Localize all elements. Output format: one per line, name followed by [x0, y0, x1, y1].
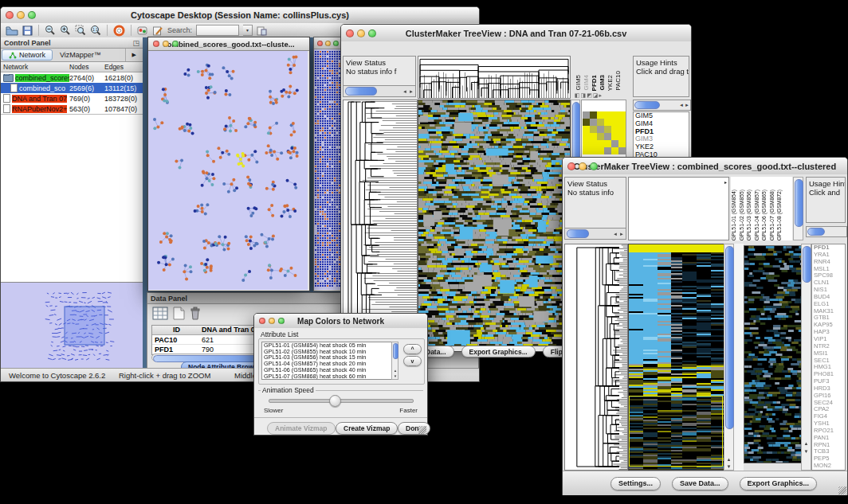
matrix-cell[interactable] [583, 111, 590, 119]
view-status-scrollbar[interactable]: ◄ ► [565, 228, 626, 239]
plugin-manager-icon[interactable] [137, 25, 148, 36]
dense-network-canvas[interactable] [314, 49, 344, 290]
matrix-cell[interactable] [604, 140, 611, 147]
column-tree-area[interactable] [628, 177, 729, 240]
scroll-up-arrow[interactable]: ▲ [724, 457, 733, 462]
scroll-thumb[interactable] [803, 246, 811, 283]
treeview1-title-bar[interactable]: ClusterMaker TreeView : DNA and Tran 07-… [341, 25, 691, 42]
row-dendrogram[interactable] [343, 100, 418, 346]
matrix-cell[interactable] [597, 133, 604, 140]
correlation-matrix-heatmap[interactable] [583, 111, 626, 154]
matrix-cell[interactable] [604, 111, 611, 119]
column-label[interactable]: GPL51-01 (GSM854) [731, 189, 739, 240]
matrix-cell[interactable] [590, 119, 597, 126]
main-heatmap[interactable] [418, 100, 571, 346]
zoom-button[interactable] [172, 41, 179, 47]
view-status-scrollbar[interactable]: ◄ ► [344, 85, 415, 96]
zoom-button[interactable] [28, 11, 36, 19]
scroll-down-arrow[interactable]: ▼ [802, 449, 811, 454]
column-label[interactable]: GIM4 [583, 75, 591, 91]
gene-label[interactable]: MON2 [812, 463, 845, 470]
close-button[interactable] [346, 29, 354, 37]
zoom-button[interactable] [278, 318, 285, 324]
matrix-cell[interactable] [618, 111, 626, 119]
minimize-button[interactable] [579, 162, 587, 170]
scroll-thumb[interactable] [634, 101, 660, 109]
network-overview-canvas[interactable] [1, 283, 141, 367]
network-row[interactable]: DNA and Tran 07 769(0) 183728(0) [1, 93, 143, 104]
zoom-button[interactable] [590, 162, 598, 170]
zoom-in-icon[interactable] [60, 25, 71, 36]
matrix-cell[interactable] [611, 111, 618, 119]
matrix-cell[interactable] [597, 119, 604, 126]
matrix-cell[interactable] [590, 111, 597, 119]
matrix-cell[interactable] [597, 140, 604, 147]
heatmap-vscrollbar[interactable]: ▲ ▼ [724, 244, 734, 471]
scroll-down-arrow[interactable]: ▼ [392, 374, 398, 378]
matrix-cell[interactable] [618, 133, 626, 140]
matrix-cell[interactable] [590, 133, 597, 140]
matrix-cell[interactable] [590, 126, 597, 133]
float-panel-icon[interactable]: ◳ [132, 39, 139, 47]
treeview2-button[interactable]: Save Data... [672, 477, 728, 490]
treeview1-mini-toolbar[interactable]: ◧◨◩◪▸ [575, 92, 603, 99]
scroll-thumb[interactable] [345, 87, 377, 96]
annotation-icon[interactable] [152, 25, 163, 36]
scroll-thumb[interactable] [807, 228, 825, 236]
main-title-bar[interactable]: Cytoscape Desktop (Session Name: collins… [1, 7, 479, 24]
matrix-cell[interactable] [583, 147, 590, 154]
minimize-button[interactable] [357, 29, 365, 37]
network-overview-panel[interactable] [1, 282, 143, 369]
save-icon[interactable] [22, 25, 33, 36]
main-heatmap[interactable] [628, 244, 724, 471]
splitter-arrow-icon[interactable]: ▸ [724, 179, 727, 185]
matrix-cell[interactable] [583, 133, 590, 140]
matrix-cell[interactable] [590, 147, 597, 154]
scroll-right-arrow[interactable]: ► [684, 103, 690, 107]
minimize-button[interactable] [17, 11, 25, 19]
create-vizmap-button[interactable]: Create Vizmap [336, 422, 398, 435]
open-file-icon[interactable] [6, 25, 18, 36]
treeview2-title-bar[interactable]: ClusterMaker TreeView : combined_scores_… [563, 158, 847, 175]
matrix-cell[interactable] [618, 147, 626, 154]
matrix-cell[interactable] [618, 119, 626, 126]
zoom-selected-icon[interactable] [75, 25, 86, 36]
column-label[interactable]: GPL51-03 (GSM856) [746, 189, 754, 240]
column-label[interactable]: GPL51-06 (GSM865) [761, 189, 769, 240]
minimize-button[interactable] [163, 41, 169, 47]
network-row[interactable]: combined_scores 2764(0) 16218(0) [1, 72, 143, 83]
tab-network[interactable]: Network [2, 49, 53, 61]
column-network[interactable]: Network [1, 63, 69, 71]
search-input[interactable] [196, 25, 239, 36]
column-label[interactable]: GPL51-07 (GSM868) [769, 189, 777, 240]
column-label[interactable]: GPL51-04 (GSM857) [754, 189, 762, 240]
column-label[interactable]: PFD1 [591, 75, 599, 91]
close-button[interactable] [567, 162, 575, 170]
matrix-cell[interactable] [618, 126, 626, 133]
network-row[interactable]: combined_sco 2569(6) 13112(15) [1, 83, 143, 93]
matrix-cell[interactable] [604, 147, 611, 154]
close-button[interactable] [259, 318, 265, 324]
dialog-title-bar[interactable]: Map Colors to Network [254, 314, 427, 329]
scroll-thumb[interactable] [795, 179, 803, 227]
matrix-cell[interactable] [611, 147, 618, 154]
column-label[interactable]: GIM5 [575, 75, 583, 91]
zoom-button[interactable] [333, 41, 339, 46]
matrix-cell[interactable] [618, 140, 626, 147]
close-button[interactable] [317, 41, 323, 46]
zoom-fit-icon[interactable]: 1:1 [90, 25, 101, 36]
network-row[interactable]: RNAPuberNov2+ 563(0) 107847(0) [1, 104, 143, 114]
matrix-cell[interactable] [590, 140, 597, 147]
attribute-table-icon[interactable] [152, 307, 168, 320]
matrix-cell[interactable] [597, 147, 604, 154]
scroll-right-arrow[interactable]: ► [407, 89, 415, 94]
zoom-button[interactable] [368, 29, 376, 37]
close-button[interactable] [153, 41, 159, 47]
tab-vizmapper[interactable]: VizMapper™ [53, 49, 108, 61]
minimize-button[interactable] [325, 41, 331, 46]
move-up-button[interactable]: ^ [403, 344, 422, 354]
network-view-title-bar[interactable]: combined_scores_good.txt--cluste... [148, 37, 309, 51]
matrix-cell[interactable] [604, 133, 611, 140]
column-label[interactable]: YKE2 [607, 75, 614, 91]
delete-attribute-trash-icon[interactable] [190, 307, 201, 320]
